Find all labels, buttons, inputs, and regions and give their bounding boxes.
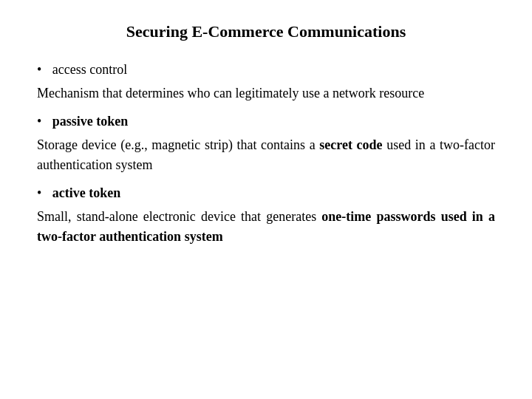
bullet-label-1: access control <box>49 62 127 78</box>
bullet-label-3: active token <box>49 185 120 201</box>
bullet-item-1: • access control <box>37 62 495 78</box>
content-area: • access control Mechanism that determin… <box>37 62 495 257</box>
bullet-dot-3: • <box>37 185 41 201</box>
bullet-item-3: • active token <box>37 185 495 201</box>
body-text-2: Storage device (e.g., magnetic strip) th… <box>37 135 495 175</box>
bold-secret-code: secret code <box>319 137 382 152</box>
bullet-dot-2: • <box>37 114 41 129</box>
body-text-1: Mechanism that determines who can legiti… <box>37 83 495 103</box>
slide-container: Securing E-Commerce Communications • acc… <box>0 0 532 399</box>
bullet-label-2: passive token <box>49 114 128 129</box>
bold-one-time: one-time passwords used in a two-factor … <box>37 209 495 244</box>
body-text-3: Small, stand-alone electronic device tha… <box>37 207 495 247</box>
bullet-item-2: • passive token <box>37 114 495 129</box>
slide-title: Securing E-Commerce Communications <box>37 22 495 41</box>
bullet-dot-1: • <box>37 62 41 78</box>
